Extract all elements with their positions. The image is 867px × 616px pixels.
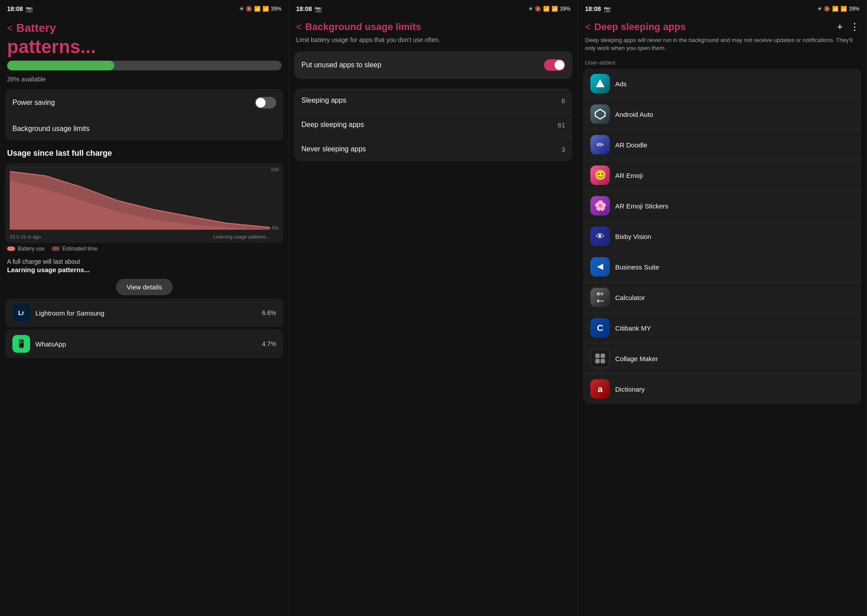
deep-sleeping-apps-item[interactable]: Deep sleeping apps 61 [294,113,572,137]
app-item-calculator[interactable]: ×÷+− Calculator [583,282,861,313]
lightroom-name: Lightroom for Samsung [35,309,257,317]
back-button-3[interactable]: < [585,21,591,33]
legend-battery-dot [7,246,15,251]
battery-panel: 18:08 📷 ✳ 🔕 📶 📶 39% < Battery patterns..… [0,0,289,616]
learning-text: Learning usage patterns... [0,266,289,277]
legend-estimated: Estimated time [52,246,97,252]
sleeping-apps-item[interactable]: Sleeping apps 6 [294,89,572,113]
never-sleeping-item[interactable]: Never sleeping apps 3 [294,137,572,161]
app-item-business-suite[interactable]: Business Suite [583,252,861,282]
sleeping-apps-count: 6 [562,97,565,104]
background-usage-label: Background usage limits [12,125,89,133]
svg-marker-7 [597,264,603,270]
panel2-title: Background usage limits [305,21,421,33]
legend-estimated-dot [52,246,60,251]
wifi-icon-2: 📶 [543,6,550,12]
bt-icon-2: ✳ [528,6,533,12]
app-item-ar-emoji[interactable]: 😊 AR Emoji [583,160,861,191]
background-usage-panel: 18:08 📷 ✳ 🔕 📶 📶 39% < Background usage l… [289,0,578,616]
wifi-icon-3: 📶 [832,6,839,12]
ar-emoji-icon: 😊 [590,166,610,185]
toggle-knob-unused [555,60,564,70]
settings-card: Power saving Background usage limits [5,89,283,141]
svg-marker-5 [596,79,605,87]
user-added-label: User-added [578,58,867,69]
lightroom-percent: 6.6% [262,309,276,316]
ar-emoji-stickers-icon: 🌸 [590,196,610,216]
time-2: 18:08 [296,5,312,12]
app-item-dictionary[interactable]: a Dictionary [583,374,861,404]
app-item-ads[interactable]: Ads [583,69,861,99]
citibank-icon: C [590,318,610,338]
add-icon[interactable]: + [837,21,843,33]
battery-1: 39% [271,6,281,12]
lightroom-icon: Lr [12,304,30,322]
svg-marker-6 [595,109,605,119]
put-unused-toggle[interactable] [544,59,565,71]
app-item-ar-emoji-stickers[interactable]: 🌸 AR Emoji Stickers [583,191,861,221]
ads-icon [590,74,610,93]
sound-icon: 🔕 [246,6,252,12]
app-list: Lr Lightroom for Samsung 6.6% 📱 WhatsApp… [0,299,289,361]
android-auto-icon [590,104,610,124]
ads-name: Ads [615,80,627,88]
business-suite-name: Business Suite [615,263,659,271]
usage-section: Usage since last full charge [0,143,289,163]
app-item-collage-maker[interactable]: Collage Maker [583,343,861,374]
citibank-name: Citibank MY [615,324,651,332]
chart-y-0: 0% [272,225,279,231]
signal-icon-3: 📶 [840,6,847,12]
more-icon[interactable]: ⋮ [850,21,859,33]
back-button-2[interactable]: < [296,21,302,33]
battery-3: 39% [849,6,859,12]
business-suite-icon [590,257,610,277]
chart-x-right: Learning usage patterns... [213,234,270,239]
app-item-android-auto[interactable]: Android Auto [583,99,861,130]
status-bar-1: 18:08 📷 ✳ 🔕 📶 📶 39% [0,0,289,18]
dictionary-icon: a [590,379,610,399]
wifi-icon: 📶 [254,6,261,12]
legend-area: Battery use Estimated time [0,243,289,254]
app-item-whatsapp[interactable]: 📱 WhatsApp 4.7% [5,330,283,358]
ar-emoji-stickers-name: AR Emoji Stickers [615,202,668,210]
chart-y-100: 100 [271,167,279,172]
battery-bar [7,61,281,70]
app-item-citibank[interactable]: C Citibank MY [583,313,861,343]
bixby-vision-name: Bixby Vision [615,233,651,240]
ar-emoji-name: AR Emoji [615,172,643,179]
camera-icon-1: 📷 [26,6,33,12]
legend-battery-label: Battery use [18,246,45,252]
put-unused-header[interactable]: Put unused apps to sleep [294,51,572,79]
svg-rect-8 [595,354,600,358]
deep-sleep-desc: Deep sleeping apps will never run in the… [578,35,867,58]
battery-percent-label: 39% available [0,74,289,86]
background-usage-item[interactable]: Background usage limits [5,117,283,141]
battery-title: Battery [16,21,56,35]
app-item-ar-doodle[interactable]: ✏ AR Doodle [583,130,861,160]
app-item-lightroom[interactable]: Lr Lightroom for Samsung 6.6% [5,299,283,327]
signal-icon-2: 📶 [551,6,558,12]
deep-apps-list: Ads Android Auto ✏ AR Doodle 😊 AR Emoji [583,69,861,404]
svg-rect-9 [601,354,605,358]
back-button-1[interactable]: < [7,23,13,34]
never-sleeping-label: Never sleeping apps [301,145,366,153]
battery-chart [10,167,270,230]
whatsapp-percent: 4.7% [262,340,276,347]
panel3-title: Deep sleeping apps [594,21,830,33]
status-icons-3: ✳ 🔕 📶 📶 39% [817,6,859,12]
battery-subtitle: patterns... [0,37,289,57]
time-3: 18:08 [585,5,601,12]
status-time-2: 18:08 📷 [296,5,322,12]
sleeping-apps-label: Sleeping apps [301,96,346,104]
camera-icon-3: 📷 [604,6,611,12]
status-bar-2: 18:08 📷 ✳ 🔕 📶 📶 39% [289,0,578,18]
power-saving-toggle[interactable] [255,97,276,108]
legend-battery: Battery use [7,246,45,252]
put-unused-label: Put unused apps to sleep [301,61,381,69]
app-item-bixby-vision[interactable]: 👁 Bixby Vision [583,221,861,252]
view-details-button[interactable]: View details [116,279,173,295]
chart-area: 100 0% 15 h 15 m ago Learning usage patt… [5,163,283,243]
power-saving-item[interactable]: Power saving [5,89,283,117]
power-saving-label: Power saving [12,99,55,107]
svg-rect-10 [595,359,600,363]
